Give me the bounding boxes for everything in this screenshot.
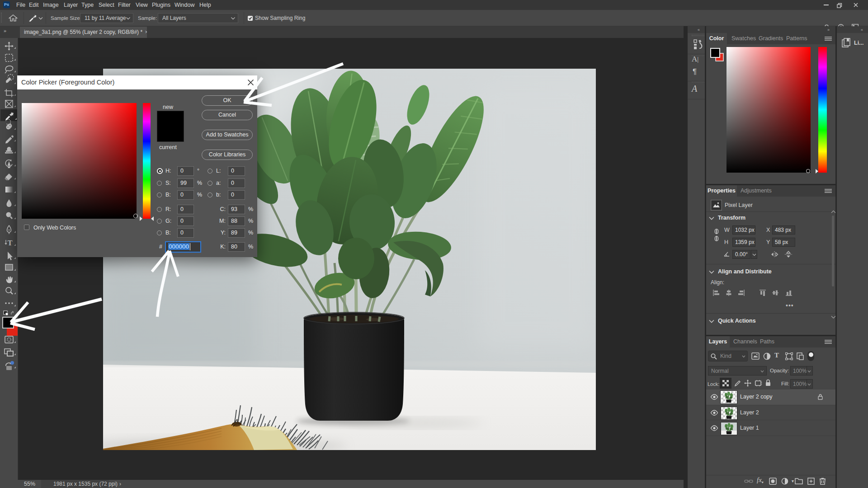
svg-text:T: T [8,239,13,247]
